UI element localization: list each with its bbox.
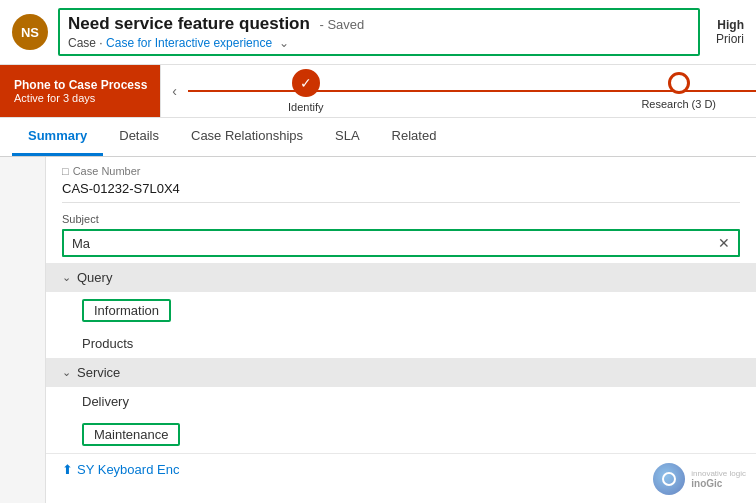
step-research-circle-icon bbox=[668, 72, 690, 94]
tab-sla[interactable]: SLA bbox=[319, 118, 376, 156]
main-content: □ Case Number CAS-01232-S7L0X4 Subject ✕… bbox=[46, 157, 756, 503]
bottom-item-icon: ⬆ bbox=[62, 462, 73, 477]
watermark-logo-icon bbox=[653, 463, 685, 495]
query-item-products-label: Products bbox=[82, 336, 133, 351]
process-back-button[interactable]: ‹ bbox=[160, 65, 188, 117]
tab-case-relationships[interactable]: Case Relationships bbox=[175, 118, 319, 156]
bottom-item[interactable]: ⬆ SY Keyboard Enc bbox=[46, 453, 756, 485]
subject-label: Subject bbox=[62, 213, 740, 225]
process-bar: Phone to Case Process Active for 3 days … bbox=[0, 65, 756, 118]
subject-input[interactable] bbox=[72, 236, 718, 251]
step-identify[interactable]: ✓ Identify bbox=[288, 69, 323, 113]
subject-input-row: ✕ bbox=[62, 229, 740, 257]
case-icon: □ bbox=[62, 165, 69, 177]
watermark: innovative logic inoGic bbox=[653, 463, 746, 495]
query-items: Information Products bbox=[46, 292, 756, 358]
avatar: NS bbox=[12, 14, 48, 50]
page-title: Need service feature question bbox=[68, 14, 310, 33]
service-header[interactable]: ⌄ Service bbox=[46, 358, 756, 387]
process-title: Phone to Case Process bbox=[14, 78, 150, 92]
service-label: Service bbox=[77, 365, 120, 380]
service-item-maintenance-label: Maintenance bbox=[82, 423, 180, 446]
sidebar bbox=[0, 157, 46, 503]
query-item-products[interactable]: Products bbox=[46, 329, 756, 358]
service-items: Delivery Maintenance bbox=[46, 387, 756, 453]
subject-section: Subject ✕ bbox=[46, 203, 756, 263]
header: NS Need service feature question - Saved… bbox=[0, 0, 756, 65]
query-header[interactable]: ⌄ Query bbox=[46, 263, 756, 292]
service-item-delivery-label: Delivery bbox=[82, 394, 129, 409]
service-section: ⌄ Service bbox=[46, 358, 756, 387]
tab-details[interactable]: Details bbox=[103, 118, 175, 156]
tab-summary[interactable]: Summary bbox=[12, 118, 103, 156]
process-steps: ✓ Identify Research (3 D) bbox=[188, 65, 756, 117]
breadcrumb-chevron-icon[interactable]: ⌄ bbox=[279, 36, 289, 50]
query-section: ⌄ Query bbox=[46, 263, 756, 292]
step-identify-label: Identify bbox=[288, 101, 323, 113]
content-area: □ Case Number CAS-01232-S7L0X4 Subject ✕… bbox=[0, 157, 756, 503]
service-chevron-icon: ⌄ bbox=[62, 366, 71, 379]
service-item-maintenance[interactable]: Maintenance bbox=[46, 416, 756, 453]
step-identify-check-icon: ✓ bbox=[292, 69, 320, 97]
priority-area: High Priori bbox=[700, 18, 744, 46]
priority-label: High bbox=[716, 18, 744, 32]
query-label: Query bbox=[77, 270, 112, 285]
case-number-value: CAS-01232-S7L0X4 bbox=[62, 181, 740, 196]
step-research[interactable]: Research (3 D) bbox=[641, 72, 716, 110]
case-number-section: □ Case Number CAS-01232-S7L0X4 bbox=[46, 157, 756, 202]
title-area: Need service feature question - Saved Ca… bbox=[58, 8, 700, 56]
breadcrumb: Case · Case for Interactive experience ⌄ bbox=[68, 36, 690, 50]
saved-indicator: - Saved bbox=[320, 17, 365, 32]
tabs-bar: Summary Details Case Relationships SLA R… bbox=[0, 118, 756, 157]
tab-related[interactable]: Related bbox=[376, 118, 453, 156]
case-number-label: □ Case Number bbox=[62, 165, 740, 177]
query-chevron-icon: ⌄ bbox=[62, 271, 71, 284]
query-item-information[interactable]: Information bbox=[46, 292, 756, 329]
subject-clear-icon[interactable]: ✕ bbox=[718, 235, 730, 251]
step-research-label: Research (3 D) bbox=[641, 98, 716, 110]
watermark-text: innovative logic inoGic bbox=[691, 469, 746, 489]
process-label: Phone to Case Process Active for 3 days bbox=[0, 65, 160, 117]
process-subtitle: Active for 3 days bbox=[14, 92, 150, 104]
query-item-information-label: Information bbox=[82, 299, 171, 322]
service-item-delivery[interactable]: Delivery bbox=[46, 387, 756, 416]
priority-sub: Priori bbox=[716, 32, 744, 46]
breadcrumb-link[interactable]: Case for Interactive experience bbox=[106, 36, 272, 50]
bottom-item-label: SY Keyboard Enc bbox=[77, 462, 179, 477]
